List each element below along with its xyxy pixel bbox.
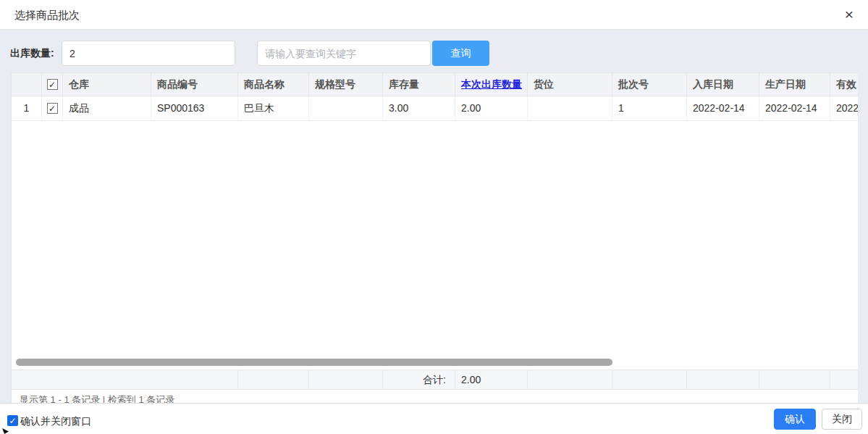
dialog-titlebar: 选择商品批次 × [0,0,868,30]
cell-outbound-qty[interactable]: 2.00 [455,96,528,120]
column-header-warehouse: 仓库 [63,73,151,96]
cell-batch-no[interactable]: 1 [612,96,687,120]
summary-row: 合计: 2.00 [12,370,858,390]
column-header-inbound-date: 入库日期 [687,73,759,96]
column-header-product-name: 商品名称 [238,73,309,96]
summary-spacer [12,370,238,389]
check-icon: ✓ [9,416,16,426]
column-header-outbound-qty: 本次出库数量 [455,73,528,96]
cell-inbound-date[interactable]: 2022-02-14 [687,96,759,120]
summary-cell [612,370,687,389]
summary-total-value: 2.00 [455,370,528,389]
summary-cell [830,370,858,389]
horizontal-scrollbar[interactable] [16,359,612,366]
batch-table-panel: ✓ 仓库 商品编号 商品名称 规格型号 库存量 本次出库数量 货位 批次号 入库… [11,72,858,403]
check-icon: ✓ [49,104,56,113]
summary-total-label: 合计: [383,370,455,389]
cell-warehouse[interactable]: 成品 [63,96,151,120]
cell-production-date[interactable]: 2022-02-14 [759,96,830,120]
close-button[interactable]: 关闭 [822,409,862,430]
cell-validity-date[interactable]: 2022 [830,96,858,120]
column-header-batch-no: 批次号 [612,73,687,96]
cell-product-name[interactable]: 巴旦木 [238,96,309,120]
column-header-stock-qty: 库存量 [383,73,455,96]
column-header-validity-date: 有效 [830,73,858,96]
summary-cell [759,370,830,389]
summary-cell [687,370,759,389]
column-header-production-date: 生产日期 [759,73,830,96]
row-checkbox[interactable]: ✓ [47,103,58,114]
summary-cell [528,370,612,389]
confirm-button[interactable]: 确认 [774,409,816,430]
select-all-checkbox[interactable]: ✓ [47,79,58,90]
column-header-spec-model: 规格型号 [309,73,383,96]
table-header-row: ✓ 仓库 商品编号 商品名称 规格型号 库存量 本次出库数量 货位 批次号 入库… [12,73,858,96]
pager-info: 显示第 1 - 1 条记录 | 检索到 1 条记录 [20,393,174,403]
search-input[interactable] [257,41,431,66]
batch-table: ✓ 仓库 商品编号 商品名称 规格型号 库存量 本次出库数量 货位 批次号 入库… [12,73,858,121]
summary-cell [309,370,383,389]
cell-spec-model[interactable] [309,96,383,120]
check-icon: ✓ [49,80,56,89]
dialog-footer: ✓ 确认并关闭窗口 确认 关闭 [0,403,868,434]
summary-cell [238,370,309,389]
select-all-checkbox-cell[interactable]: ✓ [42,73,63,96]
query-button[interactable]: 查询 [432,41,489,66]
cell-location[interactable] [528,96,612,120]
row-number-cell: 1 [12,96,42,120]
column-header-product-code: 商品编号 [151,73,238,96]
confirm-close-checkbox[interactable]: ✓ [7,415,18,426]
dialog-title: 选择商品批次 [14,9,80,22]
column-header-location: 货位 [528,73,612,96]
row-number-header [12,73,42,96]
cell-stock-qty[interactable]: 3.00 [383,96,455,120]
outbound-quantity-input[interactable] [62,41,235,66]
outbound-quantity-label: 出库数量: [10,47,54,60]
confirm-close-label: 确认并关闭窗口 [20,415,91,428]
cell-product-code[interactable]: SP000163 [151,96,238,120]
table-row[interactable]: 1 ✓ 成品 SP000163 巴旦木 3.00 2.00 1 2022-02-… [12,96,858,121]
row-checkbox-cell[interactable]: ✓ [42,96,63,120]
close-icon[interactable]: × [839,4,859,25]
